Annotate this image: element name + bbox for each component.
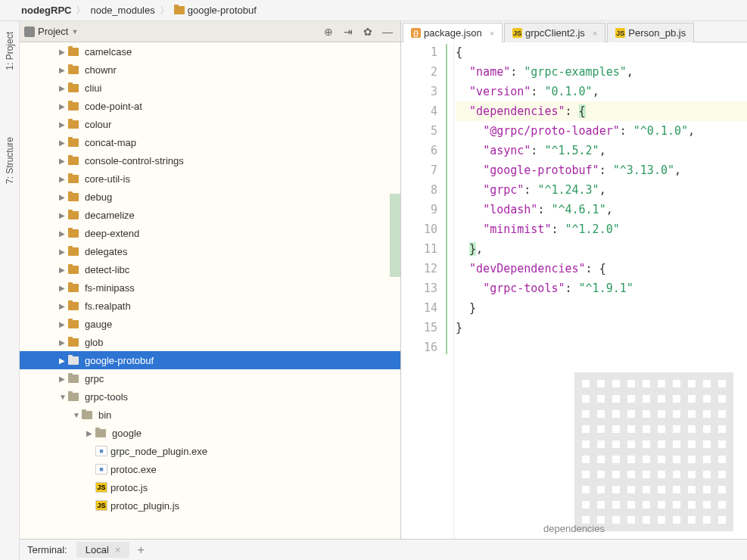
- tree-toggle-icon[interactable]: ▶: [59, 356, 68, 365]
- close-icon[interactable]: ×: [593, 29, 597, 38]
- tree-item-cliui[interactable]: ▶cliui: [20, 79, 400, 97]
- editor-breadcrumb[interactable]: dependencies: [543, 523, 605, 534]
- tree-toggle-icon[interactable]: ▶: [59, 211, 68, 219]
- tree-item-grpc-node-plugin-exe[interactable]: ■grpc_node_plugin.exe: [20, 442, 400, 460]
- code-line[interactable]: "grpc-tools": "^1.9.1": [456, 278, 747, 298]
- tree-toggle-icon[interactable]: ▶: [59, 157, 68, 165]
- tree-item-protoc-exe[interactable]: ■protoc.exe: [20, 460, 400, 478]
- tree-toggle-icon[interactable]: ▶: [59, 247, 68, 256]
- tree-toggle-icon[interactable]: ▶: [59, 138, 68, 147]
- tree-toggle-icon[interactable]: ▶: [59, 302, 68, 310]
- code-line[interactable]: [456, 338, 747, 357]
- code-line[interactable]: "minimist": "^1.2.0": [456, 219, 747, 239]
- code-content[interactable]: { "name": "grpc-examples", "version": "0…: [454, 42, 747, 539]
- code-line[interactable]: "name": "grpc-examples",: [456, 62, 747, 82]
- tree-item-core-util-is[interactable]: ▶core-util-is: [20, 170, 400, 188]
- code-line[interactable]: }: [456, 298, 747, 318]
- tree-item-google-protobuf[interactable]: ▶google-protobuf: [20, 351, 400, 369]
- code-line[interactable]: {: [456, 42, 747, 62]
- tree-toggle-icon[interactable]: ▶: [59, 175, 68, 183]
- tree-item-fs-realpath[interactable]: ▶fs.realpath: [20, 297, 400, 315]
- tree-item-glob[interactable]: ▶glob: [20, 333, 400, 351]
- tree-item-code-point-at[interactable]: ▶code-point-at: [20, 97, 400, 115]
- project-view-selector[interactable]: Project ▼: [38, 26, 78, 37]
- code-line[interactable]: "@grpc/proto-loader": "^0.1.0",: [456, 121, 747, 141]
- tree-item-bin[interactable]: ▼bin: [20, 406, 400, 424]
- project-tree[interactable]: ▶camelcase▶chownr▶cliui▶code-point-at▶co…: [20, 42, 400, 539]
- tree-item-decamelize[interactable]: ▶decamelize: [20, 206, 400, 224]
- code-line[interactable]: "dependencies": {: [456, 101, 747, 121]
- tree-toggle-icon[interactable]: ▶: [59, 284, 68, 292]
- tree-toggle-icon[interactable]: ▶: [59, 229, 68, 238]
- code-line[interactable]: "devDependencies": {: [456, 259, 747, 278]
- code-line[interactable]: "google-protobuf": "^3.13.0",: [456, 160, 747, 180]
- tree-item-grpc[interactable]: ▶grpc: [20, 369, 400, 387]
- editor-tab-person_pb-js[interactable]: JSPerson_pb.js: [607, 23, 694, 42]
- code-line[interactable]: "version": "0.1.0",: [456, 82, 747, 101]
- settings-button[interactable]: ✿: [359, 23, 376, 40]
- file-icon: ■: [95, 464, 107, 474]
- folder-icon: [68, 175, 79, 183]
- tree-item-label: code-point-at: [85, 101, 142, 112]
- tree-item-debug[interactable]: ▶debug: [20, 188, 400, 206]
- tree-item-grpc-tools[interactable]: ▼grpc-tools: [20, 387, 400, 406]
- tree-toggle-icon[interactable]: ▶: [59, 66, 68, 74]
- tree-toggle-icon[interactable]: ▶: [59, 84, 68, 92]
- tree-toggle-icon[interactable]: ▶: [59, 48, 68, 56]
- tree-item-label: google-protobuf: [85, 355, 154, 366]
- fold-strip[interactable]: [444, 42, 454, 539]
- bottom-bar: Terminal: Local × +: [20, 539, 747, 560]
- code-line[interactable]: "async": "^1.5.2",: [456, 141, 747, 160]
- tree-toggle-icon[interactable]: ▶: [59, 102, 68, 110]
- code-line[interactable]: "grpc": "^1.24.3",: [456, 180, 747, 200]
- tree-toggle-icon[interactable]: ▶: [59, 193, 68, 201]
- tree-item-concat-map[interactable]: ▶concat-map: [20, 133, 400, 151]
- tree-item-protoc-js[interactable]: JSprotoc.js: [20, 478, 400, 496]
- tree-toggle-icon[interactable]: ▶: [59, 320, 68, 328]
- tree-item-camelcase[interactable]: ▶camelcase: [20, 42, 400, 61]
- close-icon[interactable]: ×: [490, 29, 494, 38]
- tree-item-detect-libc[interactable]: ▶detect-libc: [20, 260, 400, 278]
- locate-button[interactable]: ⊕: [320, 23, 337, 40]
- tree-item-label: debug: [85, 191, 112, 203]
- breadcrumb[interactable]: nodegRPC 〉 node_modules 〉 google-protobu…: [0, 0, 747, 21]
- breadcrumb-item-0[interactable]: nodegRPC: [21, 5, 71, 16]
- scrollbar-thumb[interactable]: [390, 194, 400, 277]
- editor-tab-package-json[interactable]: {}package.json×: [403, 23, 503, 42]
- folder-icon: [68, 157, 79, 165]
- code-line[interactable]: }: [456, 318, 747, 338]
- hide-panel-button[interactable]: —: [379, 23, 396, 40]
- folder-icon: [68, 48, 79, 56]
- tool-tab-project[interactable]: 1: Project: [3, 29, 17, 73]
- tree-item-label: delegates: [85, 246, 127, 257]
- tree-toggle-icon[interactable]: ▶: [59, 338, 68, 347]
- tree-item-colour[interactable]: ▶colour: [20, 115, 400, 133]
- tree-toggle-icon[interactable]: ▶: [59, 375, 68, 383]
- tree-toggle-icon[interactable]: ▼: [59, 393, 68, 401]
- tree-item-label: core-util-is: [85, 173, 130, 185]
- tree-item-delegates[interactable]: ▶delegates: [20, 242, 400, 260]
- terminal-tab-local[interactable]: Local ×: [76, 542, 130, 558]
- breadcrumb-item-1[interactable]: node_modules: [90, 5, 154, 16]
- tree-item-console-control-strings[interactable]: ▶console-control-strings: [20, 151, 400, 170]
- code-line[interactable]: "lodash": "^4.6.1",: [456, 200, 747, 219]
- breadcrumb-item-2[interactable]: google-protobuf: [174, 5, 257, 16]
- tree-item-google[interactable]: ▶google: [20, 424, 400, 442]
- editor-tab-grpcclient2-js[interactable]: JSgrpcClient2.js×: [504, 23, 605, 42]
- tree-item-fs-minipass[interactable]: ▶fs-minipass: [20, 278, 400, 297]
- code-line[interactable]: },: [456, 239, 747, 259]
- tree-toggle-icon[interactable]: ▶: [59, 120, 68, 129]
- tree-item-protoc-plugin-js[interactable]: JSprotoc_plugin.js: [20, 496, 400, 515]
- tree-toggle-icon[interactable]: ▶: [59, 266, 68, 274]
- code-area[interactable]: 12345678910111213141516 { "name": "grpc-…: [401, 42, 747, 539]
- tool-tab-structure[interactable]: 7: Structure: [3, 134, 17, 187]
- tree-item-gauge[interactable]: ▶gauge: [20, 315, 400, 333]
- tree-toggle-icon[interactable]: ▶: [86, 429, 95, 437]
- collapse-all-button[interactable]: ⇥: [340, 23, 356, 40]
- close-icon[interactable]: ×: [115, 544, 121, 555]
- tree-toggle-icon[interactable]: ▼: [73, 411, 82, 419]
- tree-item-deep-extend[interactable]: ▶deep-extend: [20, 224, 400, 242]
- tree-item-chownr[interactable]: ▶chownr: [20, 61, 400, 79]
- folder-icon: [68, 338, 79, 347]
- add-terminal-button[interactable]: +: [137, 543, 144, 557]
